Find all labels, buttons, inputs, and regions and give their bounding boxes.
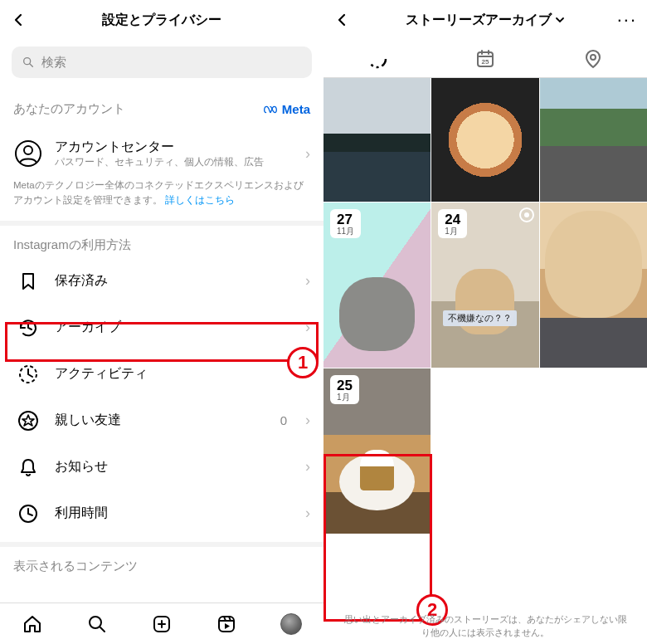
clock-icon bbox=[13, 499, 43, 529]
archive-footer-note: 思い出とアーカイブ済みのストーリーズは、あなたがシェアしない限り他の人には表示さ… bbox=[324, 613, 647, 639]
activity-icon bbox=[13, 359, 43, 389]
archive-type-dropdown[interactable]: ストーリーズアーカイブ bbox=[406, 12, 565, 29]
back-button[interactable] bbox=[330, 10, 353, 30]
story-tile[interactable]: 24 1月 不機嫌なの？？ bbox=[431, 202, 538, 368]
settings-screen: 設定とプライバシー 検索 あなたのアカウント Meta アカウントセンター パス… bbox=[0, 0, 324, 644]
story-tile[interactable] bbox=[324, 78, 431, 202]
calendar-tab[interactable]: 25 bbox=[474, 48, 496, 70]
back-button[interactable] bbox=[7, 10, 30, 30]
right-header: ストーリーズアーカイブ ··· bbox=[324, 0, 647, 40]
search-input[interactable]: 検索 bbox=[12, 46, 312, 78]
page-title: 設定とプライバシー bbox=[102, 12, 221, 29]
date-chip: 24 1月 bbox=[438, 209, 467, 238]
chevron-right-icon: › bbox=[305, 272, 310, 290]
story-tile[interactable] bbox=[540, 202, 647, 368]
profile-icon bbox=[13, 139, 43, 168]
story-tile[interactable]: 25 1月 bbox=[324, 368, 431, 534]
your-account-header: あなたのアカウント Meta bbox=[0, 93, 324, 130]
annotation-badge-1: 1 bbox=[287, 347, 319, 378]
account-center-row[interactable]: アカウントセンター パスワード、セキュリティ、個人の情報、広告 › bbox=[0, 130, 324, 177]
meta-label: Meta bbox=[282, 102, 310, 116]
stories-tab[interactable] bbox=[367, 48, 388, 70]
meta-learn-more-link[interactable]: 詳しくはこちら bbox=[165, 195, 235, 205]
story-tile[interactable] bbox=[540, 78, 647, 202]
story-tile[interactable] bbox=[431, 78, 538, 202]
svg-line-8 bbox=[100, 627, 105, 632]
location-tab[interactable] bbox=[582, 48, 604, 70]
usage-section-header: Instagramの利用方法 bbox=[0, 226, 324, 258]
avatar bbox=[280, 613, 302, 635]
your-account-label: あなたのアカウント bbox=[13, 101, 125, 117]
archive-screen: ストーリーズアーカイブ ··· 25 27 11月 bbox=[324, 0, 647, 644]
search-wrap: 検索 bbox=[0, 40, 324, 93]
svg-text:25: 25 bbox=[482, 58, 489, 66]
chevron-right-icon: › bbox=[305, 145, 310, 163]
archive-row[interactable]: アーカイブ › bbox=[0, 305, 324, 351]
search-tab[interactable] bbox=[86, 613, 108, 635]
svg-point-3 bbox=[24, 146, 32, 154]
search-icon bbox=[22, 56, 35, 69]
star-icon bbox=[13, 406, 43, 436]
svg-point-16 bbox=[369, 51, 386, 67]
more-button[interactable]: ··· bbox=[617, 9, 637, 31]
svg-line-1 bbox=[30, 64, 32, 66]
archive-grid: 27 11月 24 1月 不機嫌なの？？ 25 1 bbox=[324, 78, 647, 644]
svg-rect-12 bbox=[219, 617, 234, 632]
content-section-header: 表示されるコンテンツ bbox=[0, 547, 324, 579]
archive-icon bbox=[13, 313, 43, 343]
reels-tab[interactable] bbox=[216, 613, 237, 635]
svg-point-22 bbox=[591, 55, 596, 60]
notifications-row[interactable]: お知らせ › bbox=[0, 444, 324, 490]
close-friends-row[interactable]: 親しい友達 0 › bbox=[0, 398, 324, 444]
story-caption: 不機嫌なの？？ bbox=[443, 310, 517, 326]
time-spent-row[interactable]: 利用時間 › bbox=[0, 490, 324, 537]
svg-point-0 bbox=[24, 58, 31, 65]
chevron-right-icon: › bbox=[305, 458, 310, 476]
saved-row[interactable]: 保存済み › bbox=[0, 258, 324, 305]
search-placeholder: 検索 bbox=[41, 55, 66, 71]
close-friends-count: 0 bbox=[280, 413, 287, 427]
date-chip: 25 1月 bbox=[330, 375, 359, 404]
left-header: 設定とプライバシー bbox=[0, 0, 324, 40]
meta-badge[interactable]: Meta bbox=[263, 102, 310, 116]
bookmark-icon bbox=[13, 266, 43, 296]
home-tab[interactable] bbox=[22, 613, 43, 635]
svg-point-7 bbox=[90, 617, 101, 628]
date-chip: 27 11月 bbox=[330, 209, 361, 238]
story-tile[interactable]: 27 11月 bbox=[324, 202, 431, 368]
profile-tab[interactable] bbox=[280, 613, 302, 635]
chevron-down-icon bbox=[555, 15, 565, 25]
create-tab[interactable] bbox=[151, 613, 173, 635]
highlight-ring-icon bbox=[519, 207, 534, 222]
chevron-right-icon: › bbox=[305, 319, 310, 336]
chevron-right-icon: › bbox=[305, 412, 310, 429]
meta-icon bbox=[263, 105, 278, 115]
archive-tabs: 25 bbox=[324, 40, 647, 78]
account-center-subtitle: パスワード、セキュリティ、個人の情報、広告 bbox=[55, 156, 294, 169]
meta-description: Metaのテクノロジー全体のコネクテッドエクスペリエンスおよびアカウント設定を管… bbox=[0, 177, 324, 221]
activity-row[interactable]: アクティビティ › bbox=[0, 351, 324, 398]
chevron-right-icon: › bbox=[305, 505, 310, 522]
bottom-tab-bar bbox=[0, 603, 324, 644]
account-center-title: アカウントセンター bbox=[55, 139, 294, 156]
bell-icon bbox=[13, 452, 43, 482]
